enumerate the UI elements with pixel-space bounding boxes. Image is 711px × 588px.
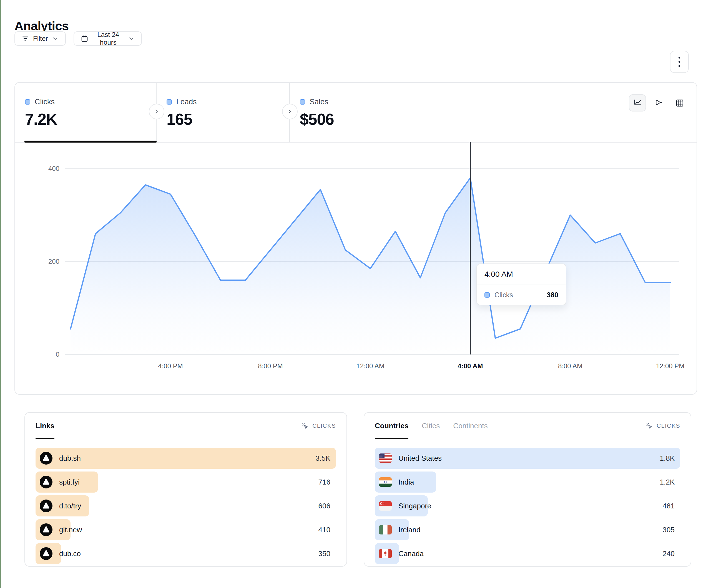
geo-tab-continents[interactable]: Continents <box>453 413 488 439</box>
stats-header: Clicks7.2KLeads165Sales$506 <box>15 83 696 142</box>
dub-logo-icon <box>40 499 52 512</box>
country-row[interactable]: India1.2K <box>375 472 680 493</box>
analytics-chart-card: Clicks7.2KLeads165Sales$506 0200400 4:00… <box>15 82 697 395</box>
funnel-view-button[interactable] <box>650 94 667 112</box>
links-metric[interactable]: CLICKS <box>301 422 336 430</box>
row-clicks-value: 716 <box>319 478 330 487</box>
y-tick-label: 200 <box>15 258 59 266</box>
links-metric-label: CLICKS <box>312 423 336 429</box>
line-chart-icon <box>633 98 642 108</box>
row-clicks-value: 240 <box>663 549 675 558</box>
more-options-button[interactable] <box>670 51 689 73</box>
x-tick-label: 12:00 PM <box>656 362 685 370</box>
calendar-icon <box>81 35 88 42</box>
dub-logo-icon <box>40 547 52 560</box>
stat-label: Clicks <box>35 98 55 106</box>
link-row[interactable]: spti.fyi716 <box>36 472 336 493</box>
funnel-icon <box>654 98 664 108</box>
link-row[interactable]: d.to/try606 <box>36 495 336 516</box>
chart-plot-area[interactable] <box>65 142 684 356</box>
stat-label: Sales <box>309 98 328 106</box>
flag-ca-icon <box>379 549 392 558</box>
country-row[interactable]: Singapore481 <box>375 495 680 516</box>
date-range-label: Last 24 hours <box>92 31 124 46</box>
row-clicks-value: 305 <box>663 526 675 534</box>
row-label: Canada <box>398 549 424 558</box>
chart-view-toggle <box>629 94 688 112</box>
row-label: India <box>398 478 414 487</box>
date-range-button[interactable]: Last 24 hours <box>73 31 142 46</box>
cursor-click-icon <box>301 422 309 430</box>
country-row[interactable]: Ireland305 <box>375 519 680 540</box>
flag-sg-icon <box>379 501 392 511</box>
stat-tab-clicks[interactable]: Clicks7.2K <box>15 83 156 142</box>
filter-label: Filter <box>33 35 48 42</box>
link-row[interactable]: dub.sh3.5K <box>36 448 336 469</box>
geo-tab-countries[interactable]: Countries <box>375 413 408 439</box>
links-tabs: Links <box>36 413 55 439</box>
table-view-button[interactable] <box>671 94 688 112</box>
kebab-icon <box>678 57 680 59</box>
tooltip-series-label: Clicks <box>494 291 513 299</box>
stat-value: $506 <box>300 110 696 129</box>
grid-icon <box>675 98 685 108</box>
filter-button[interactable]: Filter <box>15 31 66 46</box>
filter-icon <box>22 35 29 42</box>
leads-legend-icon <box>167 99 172 105</box>
geo-tab-cities[interactable]: Cities <box>422 413 440 439</box>
x-tick-label: 4:00 AM <box>457 362 483 370</box>
x-tick-label: 12:00 AM <box>356 362 384 370</box>
x-tick-label: 4:00 PM <box>158 362 183 370</box>
y-tick-label: 0 <box>15 350 59 358</box>
line-chart-view-button[interactable] <box>629 94 646 112</box>
tooltip-time: 4:00 AM <box>477 264 566 285</box>
stat-value: 7.2K <box>25 110 156 129</box>
geo-metric[interactable]: CLICKS <box>645 422 680 430</box>
next-metric-button[interactable] <box>282 104 298 119</box>
row-label: United States <box>398 454 442 462</box>
row-clicks-value: 3.5K <box>316 454 331 462</box>
area-chart-svg <box>65 142 684 356</box>
stat-tab-leads[interactable]: Leads165 <box>156 83 290 142</box>
tooltip-value: 380 <box>547 291 558 299</box>
sales-legend-icon <box>300 99 305 105</box>
toolbar: Filter Last 24 hours <box>15 31 142 46</box>
stat-tab-sales[interactable]: Sales$506 <box>290 83 696 142</box>
row-label: Ireland <box>398 526 421 534</box>
row-clicks-value: 481 <box>663 502 675 510</box>
row-label: git.new <box>59 526 82 534</box>
row-clicks-value: 410 <box>319 526 330 534</box>
row-clicks-value: 1.2K <box>660 478 675 487</box>
link-row[interactable]: git.new410 <box>36 519 336 540</box>
dub-logo-icon <box>40 523 52 536</box>
countries-panel: CountriesCitiesContinents CLICKS United … <box>364 412 691 567</box>
flag-in-icon <box>379 477 392 487</box>
clicks-area-fill <box>70 178 670 355</box>
row-label: Singapore <box>398 502 431 510</box>
country-row[interactable]: United States1.8K <box>375 448 680 469</box>
next-metric-button[interactable] <box>149 104 164 119</box>
flag-us-icon <box>379 453 392 463</box>
links-panel: Links CLICKS dub.sh3.5Kspti.fyi716d.to/t… <box>24 412 347 567</box>
row-label: dub.co <box>59 549 81 558</box>
chevron-down-icon <box>128 35 135 42</box>
row-clicks-value: 606 <box>319 502 330 510</box>
analytics-page: Analytics Filter Last 24 hours Clicks7. <box>0 0 711 588</box>
clicks-chart: 0200400 4:00 PM8:00 PM12:00 AM4:00 AM8:0… <box>15 142 696 394</box>
row-label: spti.fyi <box>59 478 80 487</box>
x-tick-label: 8:00 AM <box>558 362 582 370</box>
geo-tabs: CountriesCitiesContinents <box>375 413 488 439</box>
clicks-legend-icon <box>484 292 490 298</box>
links-tab-links[interactable]: Links <box>36 413 55 439</box>
country-row[interactable]: Canada240 <box>375 543 680 564</box>
chevron-down-icon <box>52 35 59 42</box>
dub-logo-icon <box>40 476 52 489</box>
x-axis-labels: 4:00 PM8:00 PM12:00 AM4:00 AM8:00 AM12:0… <box>65 362 684 373</box>
clicks-legend-icon <box>25 99 30 105</box>
row-label: d.to/try <box>59 502 81 510</box>
row-label: dub.sh <box>59 454 81 462</box>
cursor-click-icon <box>645 422 653 430</box>
window-edge <box>0 0 1 588</box>
row-clicks-value: 350 <box>319 549 330 558</box>
link-row[interactable]: dub.co350 <box>36 543 336 564</box>
